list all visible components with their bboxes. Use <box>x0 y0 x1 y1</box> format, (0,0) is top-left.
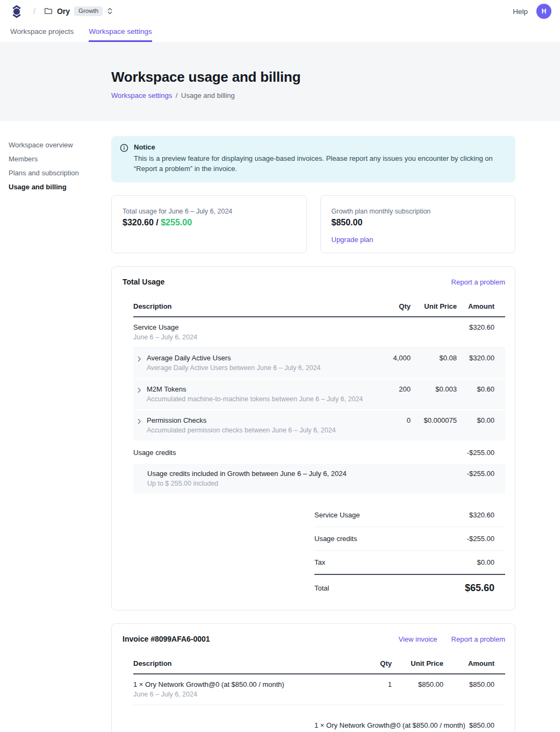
summary-label: Service Usage <box>314 511 360 519</box>
row-amount: -$255.00 <box>457 441 505 464</box>
breadcrumb-separator: / <box>33 7 35 16</box>
plan-subscription-card: Growth plan monthly subscription $850.00… <box>320 195 516 253</box>
column-header-amount: Amount <box>457 299 505 317</box>
breadcrumb: Workspace settings / Usage and billing <box>111 91 560 100</box>
row-amount: $320.00 <box>457 347 505 379</box>
summary-row-line-item: 1 × Ory Network Growth@0 (at $850.00 / m… <box>314 714 505 732</box>
plan-card-label: Growth plan monthly subscription <box>332 208 505 215</box>
table-row-usage-credits-included: Usage credits included in Growth between… <box>133 464 505 494</box>
tab-workspace-projects[interactable]: Workspace projects <box>10 27 74 42</box>
topbar: / Ory Growth Help H <box>0 0 560 23</box>
sidebar-item-workspace-overview[interactable]: Workspace overview <box>9 141 103 150</box>
column-header-amount: Amount <box>443 656 505 674</box>
total-label: Total <box>314 584 329 592</box>
usage-credit-value: $255.00 <box>161 218 192 227</box>
row-subtitle: Average Daily Active Users between June … <box>147 364 321 372</box>
ory-logo-icon[interactable] <box>11 5 23 18</box>
invoice-table: Description Qty Unit Price Amount 1 × Or… <box>133 656 505 705</box>
page-hero: Workspace usage and billing Workspace se… <box>0 42 560 121</box>
summary-label: Tax <box>314 558 325 566</box>
invoice-summary: 1 × Ory Network Growth@0 (at $850.00 / m… <box>314 714 505 732</box>
invoice-title: Invoice #8099AFA6-0001 <box>123 635 210 643</box>
summary-label: 1 × Ory Network Growth@0 (at $850.00 / m… <box>314 721 465 729</box>
summary-row-usage-credits: Usage credits -$255.00 <box>314 527 505 551</box>
usage-summary: Service Usage $320.60 Usage credits -$25… <box>314 503 505 597</box>
row-qty: 0 <box>365 410 411 441</box>
row-amount: $850.00 <box>443 674 505 705</box>
column-header-description: Description <box>133 656 357 674</box>
row-amount: -$255.00 <box>457 464 505 494</box>
breadcrumb-separator: / <box>176 91 178 100</box>
row-amount: $0.00 <box>457 410 505 441</box>
row-unit-price: $0.003 <box>411 379 457 410</box>
summary-value: $850.00 <box>469 721 494 729</box>
table-row-average-daily-active-users[interactable]: Average Daily Active Users Average Daily… <box>133 347 505 379</box>
view-invoice-link[interactable]: View invoice <box>399 635 437 643</box>
main-content: Notice This is a preview feature for dis… <box>111 121 515 732</box>
summary-value: $320.60 <box>469 511 494 519</box>
workspace-switcher[interactable]: Ory Growth <box>44 6 113 17</box>
breadcrumb-current: Usage and billing <box>181 91 235 100</box>
total-usage-card-label: Total usage for June 6 – July 6, 2024 <box>123 208 296 215</box>
row-unit-price: $0.000075 <box>411 410 457 441</box>
avatar[interactable]: H <box>536 4 551 19</box>
chevron-right-icon[interactable] <box>138 356 141 372</box>
row-title: Service Usage <box>133 323 365 331</box>
chevron-right-icon[interactable] <box>138 418 141 434</box>
row-title: Average Daily Active Users <box>147 354 321 362</box>
upgrade-plan-link[interactable]: Upgrade plan <box>332 236 374 244</box>
plan-badge: Growth <box>74 6 103 17</box>
notice-banner: Notice This is a preview feature for dis… <box>111 136 515 182</box>
row-title: 1 × Ory Network Growth@0 (at $850.00 / m… <box>133 680 357 688</box>
column-header-unit-price: Unit Price <box>392 656 443 674</box>
chevron-updown-icon[interactable] <box>107 7 113 15</box>
column-header-qty: Qty <box>357 656 392 674</box>
row-title: M2M Tokens <box>147 385 363 393</box>
tab-workspace-settings[interactable]: Workspace settings <box>89 27 152 42</box>
table-row-m2m-tokens[interactable]: M2M Tokens Accumulated machine-to-machin… <box>133 379 505 410</box>
report-problem-link[interactable]: Report a problem <box>451 278 505 286</box>
invoice-panel: Invoice #8099AFA6-0001 View invoice Repo… <box>111 623 515 732</box>
total-usage-card-value: $320.60 / $255.00 <box>123 218 296 228</box>
total-usage-panel: Total Usage Report a problem Description… <box>111 266 515 610</box>
row-qty: 200 <box>365 379 411 410</box>
settings-sidebar: Workspace overview Members Plans and sub… <box>0 121 111 197</box>
row-unit-price: $0.08 <box>411 347 457 379</box>
breadcrumb-link-workspace-settings[interactable]: Workspace settings <box>111 91 172 100</box>
row-subtitle: June 6 – July 6, 2024 <box>133 333 365 341</box>
row-amount: $320.60 <box>457 317 505 348</box>
column-header-description: Description <box>133 299 365 317</box>
sidebar-item-usage-and-billing[interactable]: Usage and billing <box>9 183 103 191</box>
chevron-right-icon[interactable] <box>138 387 141 403</box>
row-title: Usage credits included in Growth between… <box>147 470 365 478</box>
workspace-tabs: Workspace projects Workspace settings <box>0 23 560 42</box>
table-row-permission-checks[interactable]: Permission Checks Accumulated permission… <box>133 410 505 441</box>
row-subtitle: Accumulated machine-to-machine tokens be… <box>147 395 363 403</box>
help-link[interactable]: Help <box>513 8 528 16</box>
summary-total-row: Total $65.60 <box>314 575 505 597</box>
row-title: Permission Checks <box>147 416 336 424</box>
sidebar-item-members[interactable]: Members <box>9 155 103 164</box>
row-subtitle: Up to $ 255.00 included <box>147 480 365 487</box>
summary-row-tax: Tax $0.00 <box>314 551 505 575</box>
folder-icon <box>44 7 53 15</box>
row-qty: 4,000 <box>365 347 411 379</box>
row-amount: $0.60 <box>457 379 505 410</box>
usage-table: Description Qty Unit Price Amount Servic… <box>133 299 505 495</box>
report-problem-link[interactable]: Report a problem <box>451 635 505 643</box>
sidebar-item-plans-and-subscription[interactable]: Plans and subscription <box>9 169 103 177</box>
row-subtitle: June 6 – July 6, 2024 <box>133 691 357 698</box>
column-header-unit-price: Unit Price <box>411 299 457 317</box>
workspace-name: Ory <box>57 7 70 16</box>
plan-card-value: $850.00 <box>332 218 505 228</box>
total-usage-card: Total usage for June 6 – July 6, 2024 $3… <box>111 195 307 253</box>
table-row-usage-credits: Usage credits -$255.00 <box>133 441 505 464</box>
row-subtitle: Accumulated permission checks between Ju… <box>147 427 336 434</box>
row-unit-price: $850.00 <box>392 674 443 705</box>
row-title: Usage credits <box>133 449 365 457</box>
notice-body: This is a preview feature for displaying… <box>134 154 504 174</box>
notice-title: Notice <box>134 143 504 151</box>
usage-panel-title: Total Usage <box>123 278 164 286</box>
row-qty: 1 <box>357 674 392 705</box>
column-header-qty: Qty <box>365 299 411 317</box>
